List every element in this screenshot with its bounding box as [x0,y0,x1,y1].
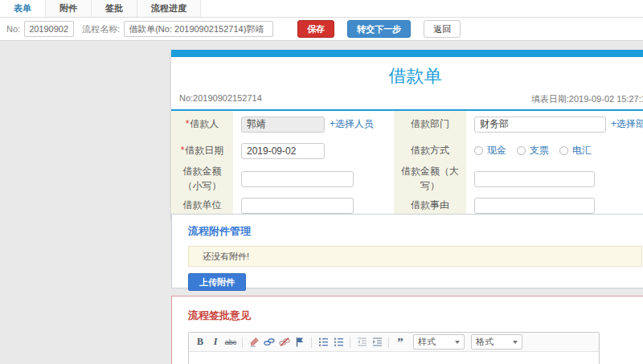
tab-attachments[interactable]: 附件 [46,0,92,17]
flow-name-input[interactable] [124,21,273,37]
amount-small-label: 借款金额（小写） [171,164,233,194]
app-window: 表单 附件 签批 流程进度 No: 流程名称: 保存 转交下一步 返回 借款单 … [0,0,643,364]
link-button[interactable] [263,335,276,349]
doc-number: No:20190902152714 [179,93,262,105]
blockquote-button[interactable]: ” [394,335,407,349]
amount-big-field [466,164,643,194]
required-mark: * [186,118,190,129]
department-input[interactable] [474,117,606,133]
approval-section: 流程签批意见 B I abc [171,296,643,364]
editor-toolbar: B I abc [189,333,599,352]
link-icon [264,337,275,347]
save-button[interactable]: 保存 [297,20,334,38]
radio-cash[interactable] [474,146,483,155]
remove-format-icon [249,337,260,347]
amount-big-input[interactable] [474,171,595,187]
editor-content-area[interactable] [189,352,599,364]
approval-heading: 流程签批意见 [188,309,643,323]
department-label: 借款部门 [394,111,466,137]
strikethrough-button[interactable]: abc [224,335,237,349]
outdent-icon [357,337,367,347]
no-attachments-alert: 还没有附件! [188,246,642,267]
action-toolbar: No: 流程名称: 保存 转交下一步 返回 [0,18,643,41]
bulleted-list-icon [334,337,344,347]
italic-button[interactable]: I [209,335,222,349]
doc-fill-date: 填表日期:2019-09-02 15:27:14 [531,93,643,105]
page-title: 借款单 [171,57,643,91]
radio-wire[interactable] [559,146,568,155]
toolbar-separator [242,337,243,348]
no-label: No: [6,24,20,34]
remove-format-button[interactable] [248,335,260,349]
indent-button[interactable] [371,335,383,349]
chevron-down-icon [513,341,518,344]
loan-form-grid: *借款人 +选择人员 借款部门 +选择部门 *借款日期 借款方式 现金 [171,111,643,218]
unlink-button[interactable] [278,335,291,349]
toolbar-separator [311,337,312,348]
flag-icon [295,337,305,347]
format-dropdown-label: 格式 [476,336,494,348]
loan-method-label: 借款方式 [394,137,466,164]
radio-cash-label[interactable]: 现金 [487,144,506,157]
amount-big-label: 借款金额（大写） [394,164,466,194]
chevron-down-icon [455,341,460,344]
loan-date-label: *借款日期 [171,137,233,164]
radio-check-label[interactable]: 支票 [530,144,549,157]
panel-top-accent-bar [171,50,643,57]
doc-meta-row: No:20190902152714 填表日期:2019-09-02 15:27:… [171,91,643,109]
bulleted-list-button[interactable] [332,335,345,349]
borrower-label: *借款人 [171,111,233,137]
flow-name-label: 流程名称: [82,23,120,35]
tab-bar: 表单 附件 签批 流程进度 [0,0,643,18]
toolbar-separator [350,337,350,348]
required-mark: * [181,145,185,156]
styles-dropdown-label: 样式 [418,336,436,348]
loan-date-field [233,137,394,164]
rich-text-editor: B I abc [188,332,600,364]
department-field: +选择部门 [466,111,643,137]
borrower-input[interactable] [241,117,325,133]
loan-form-panel: 借款单 No:20190902152714 填表日期:2019-09-02 15… [171,50,643,220]
toolbar-separator [388,337,389,348]
bold-button[interactable]: B [194,335,207,349]
loan-unit-input[interactable] [241,198,354,214]
no-input[interactable] [24,21,74,37]
radio-check[interactable] [517,146,526,155]
numbered-list-button[interactable] [317,335,330,349]
loan-date-input[interactable] [241,143,325,159]
back-button[interactable]: 返回 [424,20,461,38]
radio-wire-label[interactable]: 电汇 [572,144,592,157]
tab-approval[interactable]: 签批 [92,0,137,17]
borrower-field: +选择人员 [233,111,394,137]
loan-method-field: 现金 支票 电汇 [466,137,643,164]
tab-process-progress[interactable]: 流程进度 [137,0,201,17]
format-dropdown[interactable]: 格式 [471,334,522,350]
amount-small-input[interactable] [241,171,354,187]
next-step-button[interactable]: 转交下一步 [347,20,411,38]
attachments-section: 流程附件管理 还没有附件! 上传附件 [171,214,643,288]
select-department-link[interactable]: +选择部门 [611,117,643,131]
tab-form[interactable]: 表单 [0,0,46,17]
unlink-icon [279,337,290,347]
styles-dropdown[interactable]: 样式 [413,334,465,350]
outdent-button[interactable] [355,335,368,349]
indent-icon [372,337,383,347]
select-person-link[interactable]: +选择人员 [330,117,374,131]
anchor-button[interactable] [293,335,306,349]
upload-attachment-button[interactable]: 上传附件 [188,273,246,291]
amount-small-field [233,164,394,194]
numbered-list-icon [318,337,329,347]
attachments-heading: 流程附件管理 [188,224,643,239]
loan-reason-input[interactable] [474,198,595,214]
